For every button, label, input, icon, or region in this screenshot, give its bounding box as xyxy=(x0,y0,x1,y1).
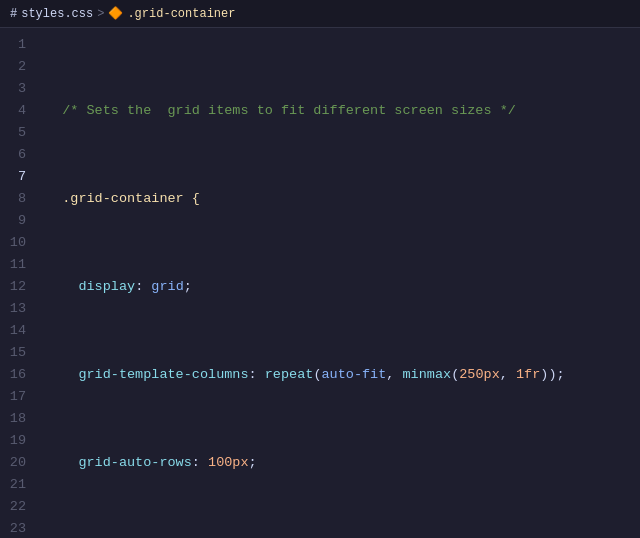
code-line-2: .grid-container { xyxy=(46,188,640,210)
line-num-19: 19 xyxy=(0,430,38,452)
line-num-1: 1 xyxy=(0,34,38,56)
line-num-11: 11 xyxy=(0,254,38,276)
line-num-21: 21 xyxy=(0,474,38,496)
line-numbers: 1 2 3 4 5 6 7 8 9 10 11 12 13 14 15 16 1… xyxy=(0,28,38,538)
line-num-22: 22 xyxy=(0,496,38,518)
breadcrumb-class-icon: 🔶 xyxy=(108,6,123,21)
line-num-12: 12 xyxy=(0,276,38,298)
line-num-4: 4 xyxy=(0,100,38,122)
line-num-16: 16 xyxy=(0,364,38,386)
line-num-18: 18 xyxy=(0,408,38,430)
hash-icon: # xyxy=(10,7,17,21)
editor-container: # styles.css > 🔶 .grid-container 1 2 3 4… xyxy=(0,0,640,538)
code-line-1: /* Sets the grid items to fit different … xyxy=(46,100,640,122)
line-num-2: 2 xyxy=(0,56,38,78)
code-line-4: grid-template-columns: repeat(auto-fit, … xyxy=(46,364,640,386)
code-content[interactable]: /* Sets the grid items to fit different … xyxy=(38,28,640,538)
breadcrumb-separator: > xyxy=(97,7,104,21)
code-line-3: display: grid; xyxy=(46,276,640,298)
line-num-3: 3 xyxy=(0,78,38,100)
line-num-23: 23 xyxy=(0,518,38,538)
line-num-17: 17 xyxy=(0,386,38,408)
line-num-6: 6 xyxy=(0,144,38,166)
line-num-20: 20 xyxy=(0,452,38,474)
line-num-10: 10 xyxy=(0,232,38,254)
line-num-9: 9 xyxy=(0,210,38,232)
breadcrumb-class: .grid-container xyxy=(127,7,235,21)
breadcrumb-file: styles.css xyxy=(21,7,93,21)
line-num-8: 8 xyxy=(0,188,38,210)
code-area: 1 2 3 4 5 6 7 8 9 10 11 12 13 14 15 16 1… xyxy=(0,28,640,538)
line-num-13: 13 xyxy=(0,298,38,320)
line-num-14: 14 xyxy=(0,320,38,342)
line-num-7: 7 xyxy=(0,166,38,188)
breadcrumb-bar: # styles.css > 🔶 .grid-container xyxy=(0,0,640,28)
code-line-5: grid-auto-rows: 100px; xyxy=(46,452,640,474)
line-num-15: 15 xyxy=(0,342,38,364)
line-num-5: 5 xyxy=(0,122,38,144)
